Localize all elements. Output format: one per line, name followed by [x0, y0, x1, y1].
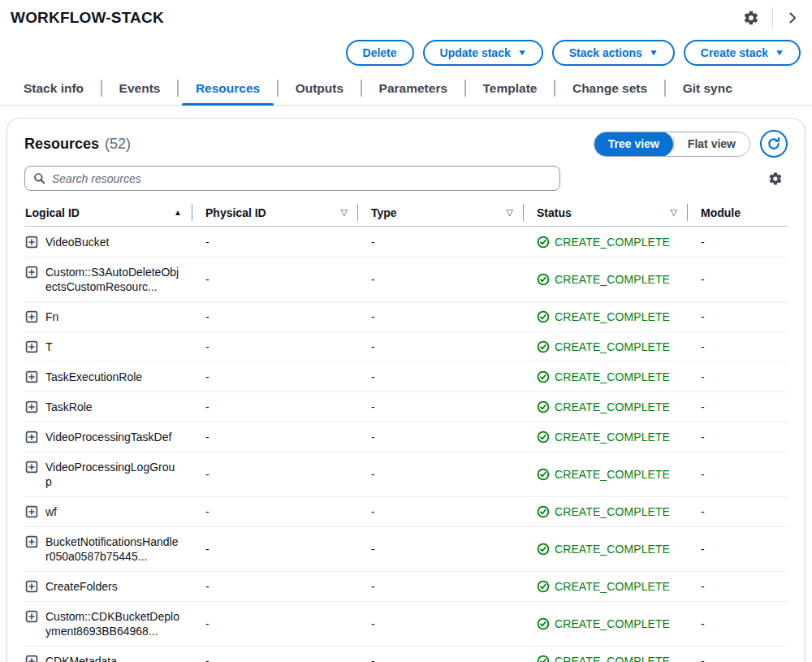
tab-parameters[interactable]: Parameters	[362, 74, 464, 105]
column-header-physical-id[interactable]: Physical ID ▽	[192, 199, 358, 226]
table-row[interactable]: BucketNotificationsHandler050a0587b75445…	[24, 526, 788, 571]
status-success-icon	[537, 340, 550, 353]
delete-button[interactable]: Delete	[346, 40, 414, 66]
filter-icon[interactable]: ▽	[507, 207, 513, 218]
expand-icon[interactable]	[25, 266, 38, 279]
tab-events[interactable]: Events	[102, 74, 178, 105]
status-label: CREATE_COMPLETE	[555, 467, 670, 482]
expand-icon[interactable]	[25, 535, 38, 548]
tab-resources[interactable]: Resources	[179, 74, 277, 105]
tab-outputs[interactable]: Outputs	[279, 74, 361, 105]
settings-button[interactable]	[741, 8, 761, 28]
column-header-type[interactable]: Type ▽	[358, 199, 524, 226]
table-row[interactable]: VideoProcessingTaskDef - - CREATE_COMPLE…	[24, 422, 788, 452]
expand-icon[interactable]	[25, 370, 38, 383]
resource-type: -	[358, 265, 524, 294]
status-label: CREATE_COMPLETE	[555, 370, 670, 384]
expand-icon[interactable]	[25, 310, 38, 323]
tab-label: Change sets	[572, 81, 647, 96]
table-row[interactable]: VideoBucket - - CREATE_COMPLETE -	[24, 227, 788, 257]
physical-id: -	[192, 362, 358, 392]
column-header-status[interactable]: Status ▽	[524, 199, 688, 226]
resource-type: -	[358, 572, 524, 601]
physical-id: -	[192, 302, 358, 331]
status-cell: CREATE_COMPLETE	[524, 332, 688, 361]
table-row[interactable]: VideoProcessingLogGroup - - CREATE_COMPL…	[24, 452, 788, 496]
resource-type: -	[358, 392, 524, 422]
status-label: CREATE_COMPLETE	[555, 430, 670, 444]
update-stack-button[interactable]: Update stack ▼	[423, 40, 543, 66]
module-cell: -	[688, 609, 788, 638]
tab-label: Outputs	[296, 81, 343, 96]
header-divider	[772, 7, 773, 28]
table-row[interactable]: Custom::CDKBucketDeployment8693BB64968..…	[24, 601, 788, 646]
tab-stack-info[interactable]: Stack info	[6, 74, 101, 105]
status-success-icon	[537, 400, 550, 413]
column-header-module[interactable]: Module	[688, 199, 788, 226]
filter-icon[interactable]: ▽	[341, 207, 348, 218]
expand-icon[interactable]	[25, 431, 38, 443]
tree-view-toggle[interactable]: Tree view	[594, 132, 673, 157]
expand-icon[interactable]	[25, 655, 38, 662]
expand-icon[interactable]	[25, 610, 38, 623]
expand-icon[interactable]	[25, 236, 38, 249]
button-label: Update stack	[440, 46, 511, 59]
physical-id: -	[192, 392, 358, 422]
logical-id: Custom::CDKBucketDeployment8693BB64968..…	[45, 609, 180, 638]
sort-ascending-icon[interactable]: ▲	[174, 208, 182, 217]
table-row[interactable]: TaskExecutionRole - - CREATE_COMPLETE -	[24, 361, 788, 392]
status-cell: CREATE_COMPLETE	[524, 497, 688, 526]
resource-type: -	[358, 422, 524, 452]
status-cell: CREATE_COMPLETE	[524, 422, 688, 452]
refresh-button[interactable]	[760, 130, 788, 158]
expand-icon[interactable]	[25, 400, 38, 413]
logical-id: Custom::S3AutoDeleteObjectsCustomResourc…	[45, 265, 180, 294]
table-row[interactable]: CDKMetadata - - CREATE_COMPLETE -	[24, 646, 788, 662]
search-input[interactable]	[52, 172, 551, 185]
create-stack-button[interactable]: Create stack ▼	[684, 40, 801, 66]
physical-id: -	[192, 534, 358, 564]
status-label: CREATE_COMPLETE	[555, 542, 670, 556]
table-preferences-button[interactable]	[767, 170, 784, 188]
expand-icon[interactable]	[25, 505, 38, 518]
column-header-logical-id[interactable]: Logical ID ▲	[24, 199, 192, 226]
table-row[interactable]: Fn - - CREATE_COMPLETE -	[24, 301, 788, 331]
table-row[interactable]: wf - - CREATE_COMPLETE -	[24, 496, 788, 526]
status-success-icon	[537, 236, 550, 249]
expand-icon[interactable]	[25, 580, 38, 593]
tab-label: Stack info	[24, 81, 84, 96]
filter-icon[interactable]: ▽	[671, 207, 677, 218]
module-cell: -	[688, 647, 788, 662]
tab-git-sync[interactable]: Git sync	[666, 74, 749, 105]
table-row[interactable]: TaskRole - - CREATE_COMPLETE -	[24, 392, 788, 422]
search-icon	[33, 172, 45, 184]
gear-icon	[768, 171, 783, 186]
header-tools	[741, 7, 801, 28]
table-row[interactable]: T - - CREATE_COMPLETE -	[24, 331, 788, 361]
status-success-icon	[537, 543, 550, 556]
status-cell: CREATE_COMPLETE	[524, 265, 688, 294]
tab-template[interactable]: Template	[466, 74, 555, 105]
status-label: CREATE_COMPLETE	[555, 504, 670, 519]
tab-change-sets[interactable]: Change sets	[555, 74, 664, 105]
tab-label: Git sync	[683, 81, 732, 96]
stack-actions-button[interactable]: Stack actions ▼	[552, 40, 675, 66]
flat-view-toggle[interactable]: Flat view	[674, 132, 749, 157]
expand-icon[interactable]	[25, 340, 38, 353]
module-cell: -	[688, 265, 788, 294]
table-row[interactable]: CreateFolders - - CREATE_COMPLETE -	[24, 571, 788, 601]
physical-id: -	[192, 265, 358, 294]
caret-down-icon: ▼	[516, 49, 526, 57]
resource-type: -	[358, 497, 524, 526]
logical-id: T	[45, 340, 53, 354]
status-success-icon	[537, 505, 550, 518]
table-row[interactable]: Custom::S3AutoDeleteObjectsCustomResourc…	[24, 257, 788, 301]
status-success-icon	[537, 370, 550, 383]
module-cell: -	[688, 460, 788, 489]
status-label: CREATE_COMPLETE	[555, 272, 670, 287]
table-body: VideoBucket - - CREATE_COMPLETE - Custom…	[24, 227, 788, 662]
expand-icon[interactable]	[25, 461, 38, 474]
logical-id: VideoProcessingTaskDef	[45, 430, 171, 444]
open-side-panel-button[interactable]	[784, 10, 801, 26]
resource-type: -	[358, 460, 524, 489]
